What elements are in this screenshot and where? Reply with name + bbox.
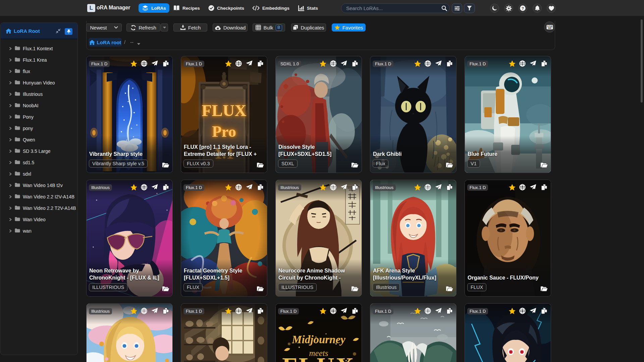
- svg-text:Midjourney: Midjourney: [291, 334, 345, 346]
- svg-text:FLUX: FLUX: [202, 101, 246, 120]
- svg-text:?: ?: [522, 6, 524, 10]
- svg-text:FLUX: FLUX: [282, 353, 355, 362]
